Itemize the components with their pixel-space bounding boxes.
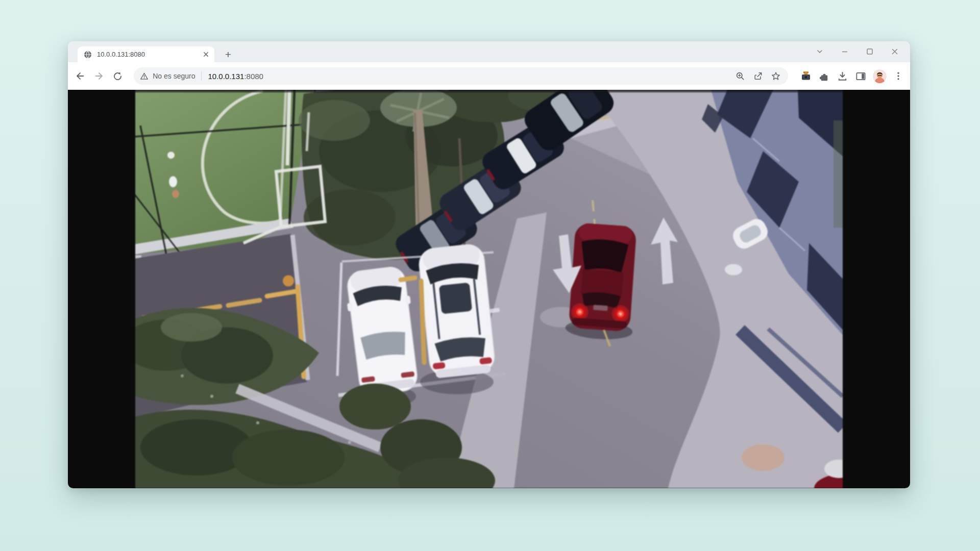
stream-page-content [68,90,910,488]
window-minimize-icon[interactable] [832,43,857,60]
window-maximize-icon[interactable] [857,43,882,60]
browser-window: 10.0.0.131:8080 + [68,41,910,488]
extensions-puzzle-icon[interactable] [818,69,831,83]
toolbar-actions [794,69,905,83]
tab-strip: 10.0.0.131:8080 + [68,41,910,62]
ball [167,152,175,159]
share-icon[interactable] [752,70,764,82]
omnibox[interactable]: No es seguro 10.0.0.131 :8080 [134,67,788,85]
camera-video-frame [135,90,843,488]
tab-title: 10.0.0.131:8080 [97,51,201,58]
more-menu-icon[interactable] [892,69,905,83]
zoom-in-icon[interactable] [734,70,746,82]
download-icon[interactable] [836,69,849,83]
url-port: :8080 [244,72,263,81]
frame-top-edge [135,90,843,92]
back-button[interactable] [72,68,88,84]
tab-close-icon[interactable] [201,50,210,59]
toolbar: No es seguro 10.0.0.131 :8080 [68,62,910,90]
url-host: 10.0.0.131 [208,72,244,81]
profile-avatar[interactable] [873,69,887,83]
bookmark-star-icon[interactable] [770,70,782,82]
camera-scene [135,90,843,488]
window-close-icon[interactable] [882,43,907,60]
reload-button[interactable] [109,68,126,84]
tab-camera-stream[interactable]: 10.0.0.131:8080 [78,46,214,62]
globe-icon [84,51,92,59]
omnibox-divider [201,71,202,81]
side-panel-icon[interactable] [854,69,868,83]
forward-button[interactable] [91,68,107,84]
not-secure-warning-icon[interactable] [140,72,149,81]
desktop: { "desktop": { "background_color": "#d9e… [0,0,980,551]
red-car [565,222,640,346]
camera-extension-icon[interactable] [799,69,813,83]
window-controls [807,43,907,60]
security-label: No es seguro [153,72,195,80]
orange-bollard [283,275,294,286]
new-tab-button[interactable]: + [222,48,234,61]
window-chevron-down-icon[interactable] [807,43,832,60]
